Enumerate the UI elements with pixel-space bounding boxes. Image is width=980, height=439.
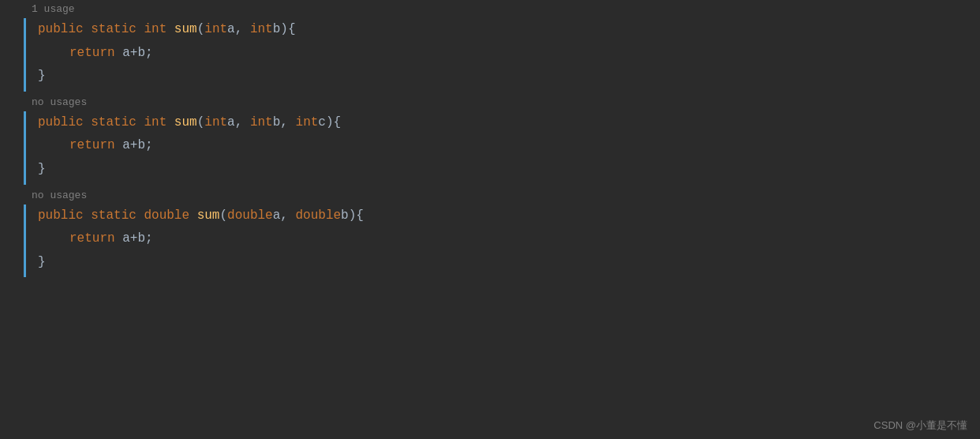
keyword-return: return [69, 43, 115, 64]
code-line: } [38, 65, 980, 88]
code-line: public static double sum(double a, doubl… [38, 204, 980, 228]
return-value: a+b; [122, 43, 152, 64]
usage-label-3: no usages [0, 185, 980, 204]
code-line: } [38, 158, 980, 182]
code-line: public static int sum(int a, int b, int … [38, 111, 980, 135]
code-section-1: public static int sum(int a, int b){ ret… [0, 18, 980, 92]
code-line: } [38, 251, 980, 275]
code-line: return a+b; [38, 42, 980, 66]
keyword-public: public [38, 20, 84, 40]
watermark: CSDN @小董是不懂 [873, 418, 967, 433]
code-editor: 1 usage public static int sum(int a, int… [0, 0, 980, 439]
function-name: sum [174, 20, 197, 40]
code-section-3: public static double sum(double a, doubl… [0, 204, 980, 278]
code-line: return a+b; [38, 227, 980, 251]
code-section-2: public static int sum(int a, int b, int … [0, 111, 980, 185]
usage-label-2: no usages [0, 92, 980, 111]
code-line: return a+b; [38, 134, 980, 158]
usage-label-top: 1 usage [0, 0, 980, 18]
code-line: public static int sum(int a, int b){ [38, 18, 980, 42]
closing-brace: } [38, 66, 46, 87]
keyword-static: static [91, 20, 137, 40]
keyword-int: int [144, 20, 166, 40]
